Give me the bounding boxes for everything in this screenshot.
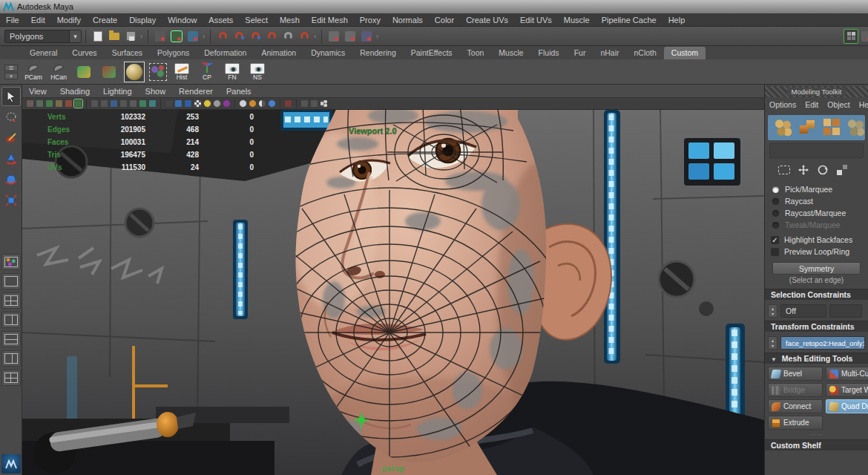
- shelf-item-red-tool[interactable]: [96, 66, 122, 78]
- viewport-tool-icon[interactable]: [129, 99, 137, 108]
- shelf-tab-general[interactable]: General: [22, 47, 65, 59]
- viewport-tool-icon[interactable]: [110, 99, 118, 108]
- sidebar-toggle-icon[interactable]: [859, 29, 868, 44]
- checkbox-preview-loop-ring[interactable]: Preview Loop/Ring: [771, 246, 868, 258]
- snap-curve-icon[interactable]: [231, 29, 246, 44]
- layout-persp-outliner-button[interactable]: [1, 312, 21, 328]
- menu-display[interactable]: Display: [123, 16, 162, 24]
- last-tool-slot[interactable]: [1, 254, 21, 270]
- select-tool-button[interactable]: [1, 87, 21, 106]
- shelf-item-hist[interactable]: Hist: [169, 62, 194, 81]
- snap-point-icon[interactable]: [248, 29, 263, 44]
- menu-assets[interactable]: Assets: [203, 16, 239, 24]
- menu-select[interactable]: Select: [239, 16, 274, 24]
- shelf-item-hcan[interactable]: HCan: [46, 62, 71, 81]
- expand-icon[interactable]: ›: [314, 33, 316, 40]
- shelf-item-green-tool[interactable]: [71, 66, 96, 78]
- spinner-icon[interactable]: ▴▾: [768, 336, 777, 350]
- lasso-tool-button[interactable]: [1, 108, 21, 127]
- shelf-item-paint-scripts[interactable]: [149, 63, 167, 81]
- shelf-tab-toon[interactable]: Toon: [460, 47, 492, 59]
- panel-menu-shading[interactable]: Shading: [53, 87, 96, 96]
- spinner-icon[interactable]: ▴▾: [768, 304, 777, 318]
- multi-mode-icon[interactable]: [846, 118, 865, 137]
- viewport-tool-icon[interactable]: [194, 99, 202, 108]
- layout-four-pane-button[interactable]: [1, 292, 21, 309]
- menu-create[interactable]: Create: [87, 16, 123, 24]
- menu-color[interactable]: Color: [429, 16, 460, 24]
- connect-button[interactable]: Connect: [768, 399, 823, 413]
- move-icon[interactable]: [798, 164, 809, 176]
- extrude-button[interactable]: Extrude: [768, 416, 823, 430]
- menu-mesh[interactable]: Mesh: [274, 16, 306, 24]
- viewport-tool-icon[interactable]: [100, 99, 108, 108]
- save-scene-icon[interactable]: [123, 29, 138, 44]
- toolkit-menu-help[interactable]: Help: [855, 100, 868, 109]
- bevel-button[interactable]: Bevel: [768, 367, 823, 381]
- viewport-tool-icon[interactable]: [148, 99, 157, 108]
- viewport-tool-icon[interactable]: [65, 99, 73, 108]
- viewport-tool-icon[interactable]: [119, 99, 128, 108]
- viewport-tool-icon[interactable]: [36, 99, 44, 108]
- shelf-item-pcam[interactable]: PCam: [21, 62, 46, 81]
- face-mode-icon[interactable]: [823, 118, 841, 137]
- shelf-item-fn[interactable]: FN: [220, 62, 245, 81]
- checkbox-highlight-backfaces[interactable]: ✓ Highlight Backfaces: [771, 234, 868, 246]
- viewport-tool-icon[interactable]: [213, 99, 221, 108]
- viewport-tool-icon[interactable]: [139, 99, 147, 108]
- shelf-menu-control[interactable]: ☰▾: [1, 61, 21, 83]
- radio-raycast[interactable]: Raycast: [772, 195, 868, 207]
- menu-proxy[interactable]: Proxy: [354, 16, 387, 24]
- toolkit-menu-object[interactable]: Object: [823, 100, 854, 109]
- viewport-tool-icon[interactable]: [165, 99, 173, 108]
- shelf-item-sphere-selected[interactable]: [124, 62, 145, 82]
- shelf-tab-surfaces[interactable]: Surfaces: [105, 47, 150, 59]
- shelf-tab-polygons[interactable]: Polygons: [150, 47, 197, 59]
- viewport-tool-icon[interactable]: [174, 99, 183, 108]
- viewport-tool-icon[interactable]: [300, 99, 309, 108]
- shelf-item-ns[interactable]: NS: [245, 62, 270, 81]
- shelf-tab-rendering[interactable]: Rendering: [352, 47, 403, 59]
- panel-menu-panels[interactable]: Panels: [220, 87, 258, 96]
- shelf-tab-dynamics[interactable]: Dynamics: [303, 47, 352, 59]
- expand-icon[interactable]: ›: [140, 33, 142, 40]
- constraint-dropdown[interactable]: Off: [780, 304, 826, 318]
- mesh-editing-tools-header[interactable]: ▼ Mesh Editing Tools: [765, 353, 868, 364]
- toolkit-menu-edit[interactable]: Edit: [800, 100, 823, 109]
- menu-muscle[interactable]: Muscle: [558, 16, 596, 24]
- output-connections-icon[interactable]: [343, 29, 358, 44]
- snap-projected-icon[interactable]: [264, 29, 279, 44]
- marquee-icon[interactable]: [778, 166, 790, 174]
- snap-grid-icon[interactable]: [215, 29, 230, 44]
- shelf-item-cp[interactable]: CP: [194, 62, 220, 81]
- layout-hypershade-button[interactable]: [1, 350, 21, 367]
- scale-tool-button[interactable]: [1, 191, 21, 210]
- target-weld-button[interactable]: Target W: [826, 383, 868, 397]
- snap-surface-icon[interactable]: [297, 29, 312, 44]
- construction-history-icon[interactable]: [359, 29, 374, 44]
- symmetry-button[interactable]: Symmetry: [772, 262, 861, 275]
- shelf-tab-animation[interactable]: Animation: [254, 47, 303, 59]
- panel-menu-view[interactable]: View: [22, 87, 53, 96]
- paint-select-tool-button[interactable]: [1, 128, 21, 148]
- panel-resize-dots[interactable]: … …: [765, 430, 868, 437]
- menu-pipeline-cache[interactable]: Pipeline Cache: [596, 16, 662, 24]
- layout-single-pane-button[interactable]: [1, 273, 21, 289]
- viewport-tool-icon[interactable]: [55, 99, 63, 108]
- menu-modify[interactable]: Modify: [51, 16, 87, 24]
- quad-draw-button[interactable]: Quad Dr: [826, 399, 868, 413]
- shelf-tab-painteffects[interactable]: PaintEffects: [404, 47, 460, 59]
- new-scene-icon[interactable]: [91, 29, 105, 44]
- shelf-tab-nhair[interactable]: nHair: [593, 47, 626, 59]
- expand-icon[interactable]: ›: [203, 33, 205, 40]
- viewport-tool-icon[interactable]: [258, 99, 266, 108]
- menu-normals[interactable]: Normals: [387, 16, 429, 24]
- input-connections-icon[interactable]: [326, 29, 341, 44]
- shelf-tab-muscle[interactable]: Muscle: [491, 47, 530, 59]
- viewport-tool-icon[interactable]: [74, 99, 82, 108]
- menu-set-dropdown[interactable]: Polygons ▾: [4, 30, 82, 43]
- menu-help[interactable]: Help: [662, 16, 691, 24]
- viewport-tool-icon[interactable]: [203, 99, 211, 108]
- viewport-tool-icon[interactable]: [26, 99, 34, 108]
- vertex-mode-icon[interactable]: [774, 118, 792, 137]
